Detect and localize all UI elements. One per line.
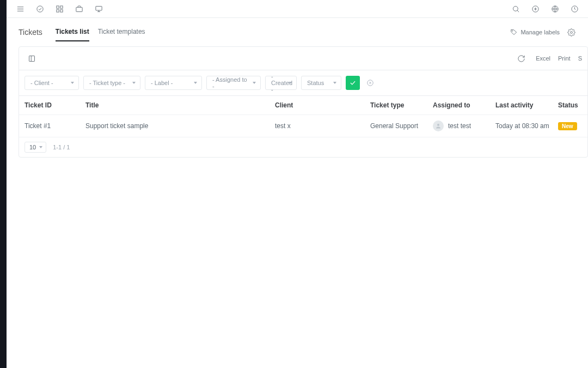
refresh-icon[interactable]	[514, 51, 528, 65]
tickets-table: Ticket ID Title Client Ticket type Assig…	[19, 96, 587, 137]
clock-icon[interactable]	[569, 4, 579, 14]
print-link[interactable]: Print	[558, 55, 571, 62]
assigned-to-name: test test	[448, 122, 471, 130]
pagination-info: 1-1 / 1	[53, 144, 70, 150]
menu-icon[interactable]	[15, 4, 25, 14]
topbar	[7, 0, 588, 18]
tabs: Tickets list Ticket templates	[56, 23, 145, 41]
col-header-title[interactable]: Title	[85, 101, 275, 109]
content-card: Excel Print S - Client - - Ticket type -…	[19, 46, 588, 158]
cell-status: New	[558, 122, 582, 130]
page-header: Tickets Tickets list Ticket templates Ma…	[7, 18, 588, 41]
apply-filters-button[interactable]	[346, 76, 360, 90]
svg-rect-4	[56, 5, 58, 8]
filters-row: - Client - - Ticket type - - Label - - A…	[19, 70, 587, 96]
filter-ticket-type[interactable]: - Ticket type -	[83, 76, 140, 90]
cell-assigned-to: test test	[433, 120, 495, 131]
svg-point-27	[437, 124, 439, 126]
plus-circle-icon[interactable]	[530, 4, 540, 14]
sidebar-strip	[0, 0, 7, 368]
clear-filters-button[interactable]	[364, 77, 376, 89]
check-circle-icon[interactable]	[35, 4, 45, 14]
svg-line-13	[517, 10, 519, 12]
search-icon[interactable]	[511, 4, 520, 14]
svg-rect-22	[29, 56, 34, 61]
col-header-status[interactable]: Status	[558, 101, 582, 109]
columns-toggle-icon[interactable]	[24, 51, 39, 65]
table-row[interactable]: Ticket #1 Support ticket sample test x G…	[19, 115, 587, 137]
cell-ticket-id: Ticket #1	[24, 122, 85, 130]
manage-labels-link[interactable]: Manage labels	[510, 28, 560, 36]
manage-labels-label: Manage labels	[520, 29, 560, 35]
globe-icon[interactable]	[550, 4, 560, 14]
gear-icon[interactable]	[566, 27, 576, 37]
filter-status[interactable]: Status	[301, 76, 341, 90]
svg-rect-5	[60, 5, 62, 8]
page-size-select[interactable]: 10	[24, 142, 46, 153]
svg-rect-8	[76, 7, 82, 11]
s-link[interactable]: S	[578, 55, 582, 62]
briefcase-icon[interactable]	[74, 4, 84, 14]
svg-rect-7	[60, 9, 62, 11]
cell-title: Support ticket sample	[85, 122, 275, 130]
filter-assigned-to[interactable]: - Assigned to -	[206, 76, 261, 90]
grid-icon[interactable]	[54, 4, 64, 14]
toolbar: Excel Print S	[19, 47, 587, 70]
status-badge: New	[558, 122, 577, 130]
filter-created[interactable]: - Created -	[265, 76, 297, 90]
col-header-last-activity[interactable]: Last activity	[495, 101, 558, 109]
svg-rect-6	[56, 9, 58, 11]
col-header-ticket-id[interactable]: Ticket ID	[24, 101, 85, 109]
cell-client: test x	[275, 122, 370, 130]
filter-label[interactable]: - Label -	[145, 76, 202, 90]
col-header-ticket-type[interactable]: Ticket type	[370, 101, 433, 109]
export-excel-link[interactable]: Excel	[536, 55, 550, 62]
cell-ticket-type: General Support	[370, 122, 433, 130]
col-header-client[interactable]: Client	[275, 101, 370, 109]
svg-point-21	[570, 31, 572, 33]
svg-point-3	[36, 5, 42, 11]
tab-ticket-templates[interactable]: Ticket templates	[98, 23, 145, 41]
table-header: Ticket ID Title Client Ticket type Assig…	[19, 96, 587, 115]
filter-client[interactable]: - Client -	[24, 76, 79, 90]
col-header-assigned-to[interactable]: Assigned to	[433, 101, 495, 109]
svg-point-20	[512, 31, 513, 31]
tab-tickets-list[interactable]: Tickets list	[56, 23, 89, 41]
cell-last-activity: Today at 08:30 am	[495, 122, 558, 130]
table-footer: 10 1-1 / 1	[19, 137, 587, 157]
svg-point-12	[513, 6, 518, 11]
page-title: Tickets	[19, 28, 42, 37]
monitor-icon[interactable]	[94, 4, 103, 14]
svg-rect-9	[95, 6, 101, 10]
avatar	[433, 120, 444, 131]
